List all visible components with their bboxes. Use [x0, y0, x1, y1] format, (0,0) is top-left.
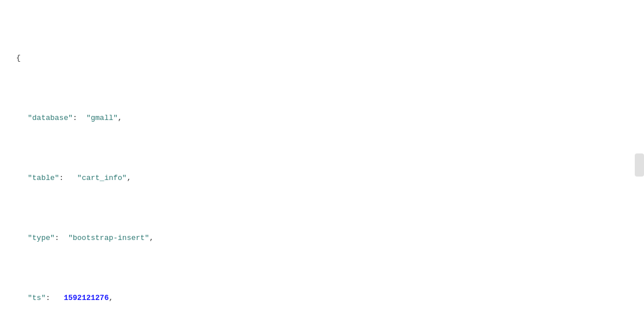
database-val: "gmall": [86, 112, 118, 125]
type-key: "type": [28, 232, 55, 245]
table-line: "table" : "cart_info" ,: [7, 172, 637, 185]
ts-key: "ts": [28, 292, 46, 305]
type-val: "bootstrap-insert": [68, 232, 149, 245]
database-line: "database" : "gmall" ,: [7, 112, 637, 125]
database-key: "database": [28, 112, 73, 125]
table-val: "cart_info": [77, 172, 127, 185]
table-key: "table": [28, 172, 59, 185]
scrollbar[interactable]: [635, 153, 644, 177]
root-open: {: [7, 52, 637, 65]
ts-line: "ts" : 1592121276 ,: [7, 292, 637, 305]
ts-val: 1592121276: [63, 292, 108, 305]
json-viewer: { "database" : "gmall" , "table" : "cart…: [7, 5, 637, 330]
type-line: "type" : "bootstrap-insert" ,: [7, 232, 637, 245]
